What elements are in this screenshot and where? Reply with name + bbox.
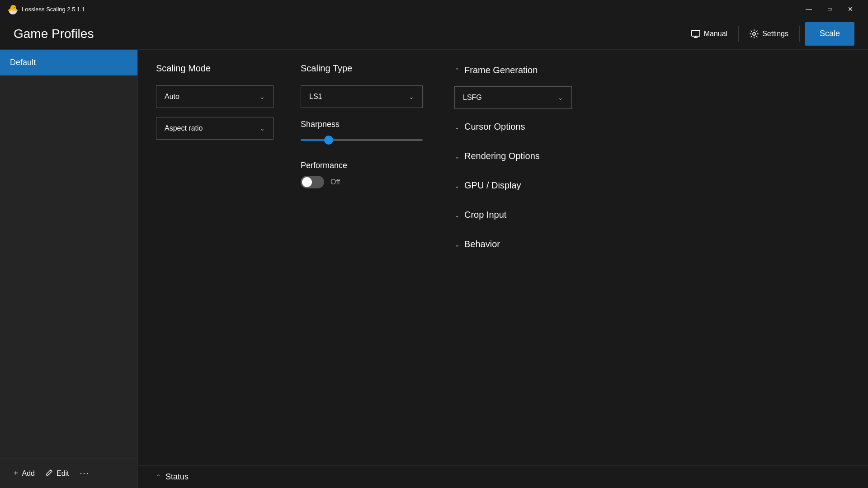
chevron-down-icon: ⌄ [259, 93, 265, 100]
gpu-display-section: ⌄ GPU / Display [454, 177, 572, 194]
status-label: Status [165, 472, 189, 482]
app-header: Game Profiles Manual Settings Scale [0, 18, 868, 50]
titlebar: 🐣 Lossless Scaling 2.5.1.1 — ▭ ✕ [0, 0, 868, 18]
aspect-ratio-value: Aspect ratio [165, 124, 203, 132]
frame-generation-panel: ⌃ Frame Generation LSFG ⌄ ⌄ Cursor Optio… [454, 63, 572, 456]
chevron-down-icon-8: ⌄ [454, 211, 460, 219]
toggle-row: Off [301, 176, 427, 188]
performance-toggle[interactable] [301, 176, 324, 188]
aspect-ratio-dropdown[interactable]: Aspect ratio ⌄ [156, 117, 274, 140]
manual-button[interactable]: Manual [682, 24, 736, 43]
scaling-mode-dropdown[interactable]: Auto ⌄ [156, 85, 274, 108]
app-icon: 🐣 [7, 4, 17, 14]
window-controls: — ▭ ✕ [798, 0, 861, 18]
more-icon: ··· [80, 469, 90, 478]
titlebar-title: Lossless Scaling 2.5.1.1 [22, 6, 798, 13]
rendering-options-title: Rendering Options [464, 151, 540, 161]
crop-input-section: ⌄ Crop Input [454, 206, 572, 224]
scaling-type-value: LS1 [309, 93, 322, 101]
chevron-up-icon: ⌃ [454, 67, 460, 74]
manual-label: Manual [704, 30, 727, 38]
behavior-section: ⌄ Behavior [454, 235, 572, 253]
chevron-up-icon-status: ⌃ [156, 474, 161, 480]
scaling-mode-title: Scaling Mode [156, 63, 274, 74]
cursor-options-header[interactable]: ⌄ Cursor Options [454, 118, 572, 136]
svg-point-3 [753, 33, 755, 35]
chevron-down-icon-2: ⌄ [259, 125, 265, 132]
toggle-thumb [302, 177, 312, 187]
scaling-mode-panel: Scaling Mode Auto ⌄ Aspect ratio ⌄ [156, 63, 274, 456]
plus-icon: + [14, 469, 19, 478]
scaling-type-panel: Scaling Type LS1 ⌄ Sharpness Performa [301, 63, 427, 456]
main-content: Default + Add Edit ··· [0, 50, 868, 488]
sidebar-item-default[interactable]: Default [0, 50, 137, 75]
gpu-display-title: GPU / Display [464, 180, 521, 191]
sidebar: Default + Add Edit ··· [0, 50, 138, 488]
sidebar-footer: + Add Edit ··· [0, 458, 137, 488]
scaling-type-dropdown[interactable]: LS1 ⌄ [301, 85, 423, 108]
header-actions: Manual Settings Scale [682, 22, 854, 46]
chevron-down-icon-7: ⌄ [454, 182, 460, 189]
gpu-display-header[interactable]: ⌄ GPU / Display [454, 177, 572, 194]
chevron-down-icon-3: ⌄ [409, 93, 414, 100]
frame-gen-dropdown[interactable]: LSFG ⌄ [454, 86, 572, 109]
frame-gen-value: LSFG [463, 94, 482, 102]
minimize-button[interactable]: — [798, 0, 819, 18]
sharpness-slider[interactable] [324, 136, 333, 145]
cursor-options-section: ⌄ Cursor Options [454, 118, 572, 136]
sidebar-spacer [0, 75, 137, 458]
close-button[interactable]: ✕ [840, 0, 861, 18]
performance-label: Performance [301, 161, 427, 170]
edit-label: Edit [57, 469, 69, 478]
chevron-down-icon-4: ⌄ [558, 94, 563, 101]
behavior-title: Behavior [464, 239, 500, 249]
content-area: Scaling Mode Auto ⌄ Aspect ratio ⌄ Scali… [138, 50, 868, 488]
pencil-icon [46, 469, 53, 478]
scale-button[interactable]: Scale [805, 22, 854, 46]
page-title: Game Profiles [14, 27, 682, 41]
performance-state-label: Off [330, 178, 340, 186]
sharpness-label: Sharpness [301, 120, 427, 129]
chevron-down-icon-6: ⌄ [454, 153, 460, 160]
edit-button[interactable]: Edit [40, 465, 75, 482]
settings-label: Settings [762, 30, 788, 38]
chevron-down-icon-9: ⌄ [454, 241, 460, 248]
add-label: Add [22, 469, 35, 478]
behavior-header[interactable]: ⌄ Behavior [454, 235, 572, 253]
frame-gen-title: Frame Generation [464, 65, 538, 75]
gear-icon [750, 29, 759, 38]
separator-1 [738, 26, 739, 42]
sharpness-slider-wrapper [301, 136, 423, 145]
slider-track [301, 139, 423, 141]
rendering-options-header[interactable]: ⌄ Rendering Options [454, 147, 572, 165]
rendering-options-section: ⌄ Rendering Options [454, 147, 572, 165]
crop-input-title: Crop Input [464, 210, 506, 220]
content-panels: Scaling Mode Auto ⌄ Aspect ratio ⌄ Scali… [138, 50, 868, 465]
performance-container: Performance Off [301, 161, 427, 188]
svg-rect-0 [692, 30, 700, 36]
separator-2 [799, 26, 800, 42]
cursor-options-title: Cursor Options [464, 122, 525, 132]
scaling-mode-value: Auto [165, 93, 179, 101]
settings-button[interactable]: Settings [741, 24, 797, 43]
sharpness-container: Sharpness [301, 120, 427, 145]
add-button[interactable]: + Add [8, 465, 40, 482]
status-bar: ⌃ Status [138, 465, 868, 488]
frame-gen-header[interactable]: ⌃ Frame Generation [454, 63, 572, 77]
monitor-icon [691, 30, 700, 38]
more-button[interactable]: ··· [75, 465, 95, 482]
crop-input-header[interactable]: ⌄ Crop Input [454, 206, 572, 224]
maximize-button[interactable]: ▭ [819, 0, 840, 18]
scaling-type-title: Scaling Type [301, 63, 427, 74]
chevron-down-icon-5: ⌄ [454, 123, 460, 131]
